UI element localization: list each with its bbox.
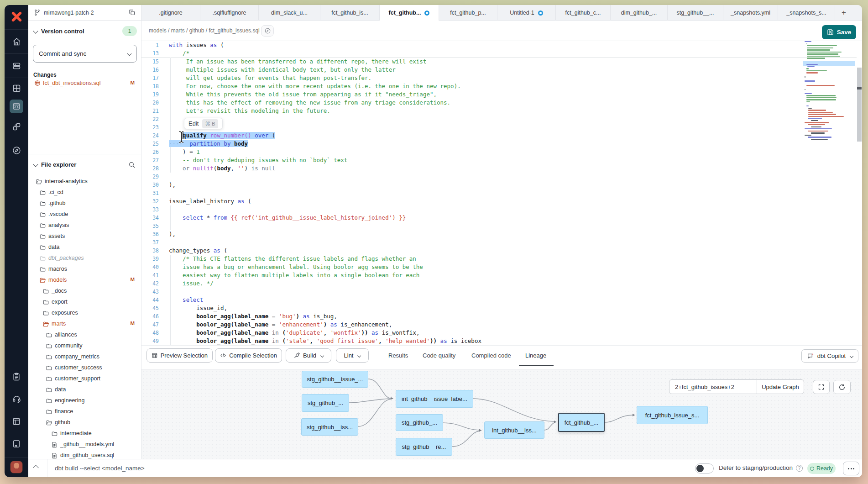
code-line-44[interactable]: 44 select [141, 296, 862, 304]
more-options-button[interactable] [843, 462, 859, 475]
code-line-18[interactable]: 18 For now, choose the one with more rec… [141, 82, 862, 90]
code-line-42[interactable]: 42 issue. */ [141, 279, 862, 288]
tab-Untitled-1[interactable]: Untitled-1 [497, 5, 556, 21]
minimap[interactable] [803, 41, 855, 146]
tree-item-.ci_cd[interactable]: .ci_cd [28, 187, 141, 198]
user-avatar[interactable] [10, 461, 23, 473]
tree-item-finance[interactable]: finance [28, 406, 141, 417]
code-line-34[interactable]: 34 select * from {{ ref('int_github__iss… [141, 214, 862, 222]
code-line-30[interactable]: 30), [141, 181, 862, 189]
lineage-node-stg_github_[interactable]: stg_github_... [396, 414, 443, 431]
code-line-47[interactable]: 47 boolor_agg(label_name = 'enhancement'… [141, 321, 862, 329]
tree-item-export[interactable]: export [28, 297, 141, 308]
code-line-29[interactable]: 29 [141, 173, 862, 181]
code-line-40[interactable]: 40 issue has a bug or enhancement label.… [141, 263, 862, 271]
stack-icon[interactable] [5, 54, 28, 78]
code-line-21[interactable]: 21 Let's revisit this modeling in the fu… [141, 107, 862, 115]
code-line-26[interactable]: 26 ) = 1 [141, 148, 862, 156]
commit-and-sync-dropdown[interactable]: Commit and sync [33, 45, 137, 63]
code-line-15[interactable]: 15 If an issue has been transferred to a… [141, 58, 862, 66]
tab-fct_github_is...[interactable]: fct_github_is... [320, 5, 380, 21]
code-line-1[interactable]: 1with issues as ( [141, 41, 862, 49]
tree-item-_docs[interactable]: _docs [28, 286, 141, 297]
develop-icon-active[interactable] [5, 98, 28, 115]
preview-selection-button[interactable]: Preview Selection [146, 348, 213, 363]
code-line-20[interactable]: 20 this has the effect of removing the n… [141, 99, 862, 107]
code-line-35[interactable]: 35 [141, 222, 862, 230]
tab-dim_github_...[interactable]: dim_github_... [611, 5, 668, 21]
refresh-button[interactable] [833, 380, 851, 394]
code-line-32[interactable]: 32issue_label_history as ( [141, 197, 862, 205]
support-icon[interactable] [5, 388, 28, 410]
tree-item-macros[interactable]: macros [28, 264, 141, 275]
tab-stg_github__...[interactable]: stg_github__... [668, 5, 723, 21]
results-tab-compiled-code[interactable]: Compiled code [471, 352, 511, 359]
tab-.sqlfluffignore[interactable]: .sqlfluffignore [200, 5, 259, 21]
tree-item-.vscode[interactable]: .vscode [28, 209, 141, 220]
home-icon[interactable] [5, 30, 28, 53]
code-line-38[interactable]: 38change_types as ( [141, 247, 862, 255]
code-line-41[interactable]: 41 easiest way to flatten multiple label… [141, 271, 862, 279]
code-line-22[interactable]: 22 [141, 115, 862, 123]
changelog-icon[interactable] [5, 432, 28, 455]
code-line-19[interactable]: 19 While this prevents the old issue fro… [141, 90, 862, 99]
tree-item-marts[interactable]: martsM [28, 319, 141, 330]
notes-icon[interactable] [5, 365, 28, 388]
tree-item-dbt_packages[interactable]: dbt_packages [28, 253, 141, 264]
tab-fct_github_c...[interactable]: fct_github_c... [556, 5, 611, 21]
lineage-selector-input[interactable]: 2+fct_github_issues+2 [669, 379, 757, 394]
tab-.gitignore[interactable]: .gitignore [141, 5, 200, 21]
view-docs-button[interactable] [261, 25, 274, 37]
code-line-23[interactable]: 23 [141, 123, 862, 132]
tree-item-analysis[interactable]: analysis [28, 220, 141, 231]
changed-file-row[interactable]: fct_dbt_invocations.sql M [28, 79, 141, 88]
tab-_snapshots.yml[interactable]: _snapshots.yml [723, 5, 778, 21]
code-line-37[interactable]: 37 [141, 238, 862, 247]
code-line-16[interactable]: 16 multiple issues with identical body t… [141, 66, 862, 74]
scrollbar-thumb[interactable] [857, 68, 862, 142]
code-line-45[interactable]: 45 issue_id, [141, 304, 862, 312]
command-input[interactable]: dbt build --select <model_name> [55, 465, 145, 472]
tree-item-community[interactable]: community [28, 341, 141, 352]
explore-icon[interactable] [5, 138, 28, 162]
code-editor[interactable]: 1with issues as (13 /*15 If an issue has… [141, 41, 862, 345]
save-button[interactable]: Save [822, 25, 856, 39]
code-line-25[interactable]: 25···· partition by body [141, 140, 862, 148]
new-tab-button[interactable]: + [835, 5, 852, 20]
tree-item-customer_support[interactable]: customer_support [28, 374, 141, 384]
lineage-node-int_github__iss[interactable]: int_github__iss... [484, 421, 544, 439]
lineage-node-stg_github__issue_[interactable]: stg_github__issue_... [302, 371, 368, 388]
lineage-node-fct_github_issue_s[interactable]: fct_github_issue_s... [637, 406, 708, 424]
tree-item-.github[interactable]: .github [28, 198, 141, 209]
search-icon[interactable] [128, 161, 136, 168]
tab-fct_github_p...[interactable]: fct_github_p... [439, 5, 497, 21]
tree-item-data[interactable]: data [28, 384, 141, 395]
code-line-33[interactable]: 33 [141, 205, 862, 214]
lineage-node-stg_github_[interactable]: stg_github_... [302, 394, 349, 412]
lineage-node-stg_github__iss[interactable]: stg_github__iss... [301, 418, 358, 436]
expand-command-bar-icon[interactable] [33, 465, 39, 471]
orchestrate-icon[interactable] [5, 115, 28, 138]
results-tab-results[interactable]: Results [388, 352, 408, 359]
results-tab-lineage[interactable]: Lineage [525, 352, 546, 359]
defer-toggle[interactable] [695, 463, 714, 473]
version-control-section[interactable]: Version control 1 [28, 27, 141, 37]
code-line-27[interactable]: 27 -- don't try deduping issues with no … [141, 156, 862, 164]
tree-item-intermediate[interactable]: intermediate [28, 428, 141, 439]
tree-item-exposures[interactable]: exposures [28, 308, 141, 319]
code-line-46[interactable]: 46 boolor_agg(label_name = 'bug') as is_… [141, 312, 862, 321]
copy-icon[interactable] [129, 9, 136, 16]
code-line-13[interactable]: 13 /* [141, 49, 862, 58]
code-line-48[interactable]: 48 boolor_agg(label_name in ('duplicate'… [141, 329, 862, 337]
code-line-49[interactable]: 49 boolor_agg(label_name in ('stale', 'g… [141, 337, 862, 345]
help-icon[interactable]: ? [796, 465, 803, 472]
tree-item-internal-analytics[interactable]: internal-analytics [28, 176, 141, 187]
compile-selection-button[interactable]: Compile Selection [215, 348, 282, 363]
branch-header[interactable]: mirnawong1-patch-2 [28, 5, 141, 21]
code-line-36[interactable]: 36), [141, 230, 862, 238]
file-explorer-section[interactable]: File explorer [28, 160, 141, 170]
tree-item-engineering[interactable]: engineering [28, 395, 141, 406]
code-line-39[interactable]: 39 /* This CTE flattens the different is… [141, 255, 862, 263]
tree-item-alliances[interactable]: alliances [28, 330, 141, 341]
edit-tooltip[interactable]: Edit ⌘ B [184, 118, 223, 129]
